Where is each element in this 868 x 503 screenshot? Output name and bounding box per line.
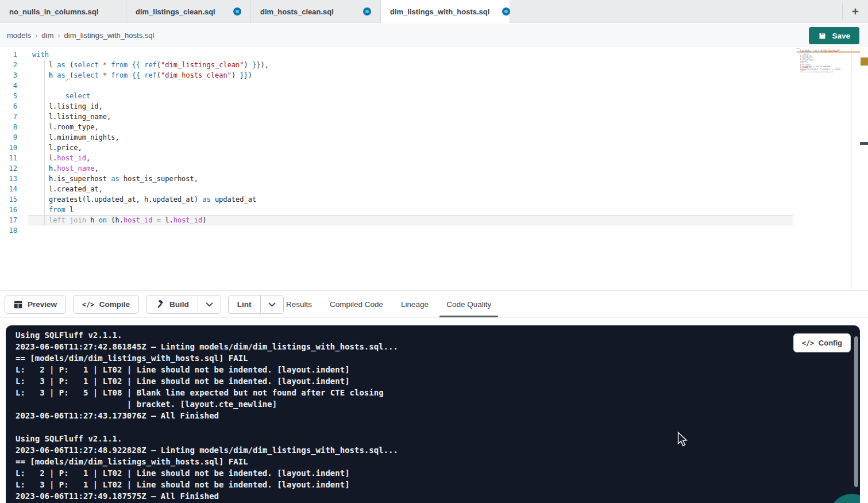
file-tab-no_nulls_in_columns-sql[interactable]: no_nulls_in_columns.sql [0,0,126,23]
breadcrumb-row: models›dim›dim_listings_with_hosts.sql S… [0,24,868,47]
code-editor[interactable]: 123456789101112131415161718 with l as (s… [0,47,868,290]
save-label: Save [832,32,850,40]
file-tab-label: dim_hosts_clean.sql [260,7,334,16]
code-line[interactable]: from l [32,205,269,215]
line-number: 13 [0,174,17,184]
tab-lineage[interactable]: Lineage [401,291,429,318]
file-tab-dim_listings_with_hosts-sql[interactable]: dim_listings_with_hosts.sql [381,0,510,23]
build-button-group: Build [146,295,221,314]
overview-ruler-warning-marker [861,57,868,66]
tab-results[interactable]: Results [286,291,312,318]
code-line[interactable] [32,225,269,236]
code-line[interactable]: l.listing_name, [32,112,269,122]
preview-button-label: Preview [28,300,57,309]
minimap-line [797,73,840,75]
file-tab-label: no_nulls_in_columns.sql [9,7,98,16]
editor-right-separator [851,47,852,289]
minimap[interactable]: with l as (select * from {{ ref("dim_lis… [797,48,840,117]
code-line[interactable]: l as (select * from {{ ref("dim_listings… [32,60,269,70]
lint-output-terminal: Using SQLFluff v2.1.1.2023-06-06T11:27:4… [6,325,860,503]
code-line[interactable]: l.minimum_nights, [32,132,269,143]
minimap-line: h as (select * from {{ ref("dim_hosts_cl… [797,51,840,53]
preview-button[interactable]: Preview [5,295,66,314]
tabbar-separator [842,3,843,20]
terminal-log: Using SQLFluff v2.1.1.2023-06-06T11:27:4… [16,329,398,502]
code-line[interactable]: with [32,49,269,60]
code-line[interactable]: left join h on (h.host_id = l.host_id) [32,215,269,225]
help-bubble-button[interactable] [829,494,860,503]
unsaved-changes-dot [233,7,241,16]
result-tabs: ResultsCompiled CodeLineageCode Quality [286,291,491,318]
file-tab-dim_listings_clean-sql[interactable]: dim_listings_clean.sql [126,0,251,23]
table-icon [14,301,22,309]
config-button[interactable]: </> Config [793,333,851,352]
file-tab-dim_hosts_clean-sql[interactable]: dim_hosts_clean.sql [251,0,381,23]
line-number: 4 [0,80,17,91]
code-line[interactable]: h.is_superhost as host_is_superhost, [32,174,269,184]
terminal-line: Using SQLFluff v2.1.1. [16,329,398,341]
breadcrumb-item[interactable]: dim [41,31,53,40]
code-line[interactable]: h.host_name, [32,163,269,174]
line-number: 18 [0,225,17,236]
terminal-line: 2023-06-06T11:27:43.173076Z — All Finish… [16,410,398,421]
overview-ruler-cursor-marker [860,142,868,145]
hammer-icon [155,300,164,309]
terminal-line: L: 3 | P: 1 | LT02 | Line should not be … [16,375,398,387]
code-icon: </> [82,301,94,309]
tab-compiled-code[interactable]: Compiled Code [330,291,383,318]
new-tab-button[interactable]: + [847,4,863,19]
lint-button-label: Lint [237,300,252,309]
lint-button[interactable]: Lint [228,295,260,314]
terminal-line: L: 3 | P: 5 | LT08 | Blank line expected… [16,387,398,398]
breadcrumb-item[interactable]: dim_listings_with_hosts.sql [64,31,155,40]
chevron-down-icon [206,300,213,309]
lint-button-group: Lint [228,295,284,314]
unsaved-changes-dot [502,7,510,16]
build-button-label: Build [169,300,189,309]
line-number: 16 [0,205,17,215]
build-button[interactable]: Build [146,295,198,314]
breadcrumb-separator: › [35,31,37,40]
code-line[interactable] [32,80,269,91]
line-number: 11 [0,153,17,163]
line-number: 9 [0,132,17,143]
terminal-line: 2023-06-06T11:27:48.922828Z — Linting mo… [16,444,398,456]
breadcrumb: models›dim›dim_listings_with_hosts.sql [7,31,154,40]
save-button[interactable]: Save [809,27,859,44]
line-number: 15 [0,194,17,205]
chevron-down-icon [268,300,276,309]
config-label: Config [819,339,842,347]
action-buttons: Preview</>CompileBuildLint [5,295,284,314]
code-line[interactable]: h as (select * from {{ ref("dim_hosts_cl… [32,70,269,80]
code-line[interactable]: greatest(l.updated_at, h.updated_at) as … [32,194,269,205]
code-line[interactable]: l.listing_id, [32,101,269,112]
build-button-dropdown[interactable] [198,295,221,314]
terminal-line: | bracket. [layout.cte_newline] [16,398,398,410]
terminal-line: L: 2 | P: 1 | LT02 | Line should not be … [16,467,398,479]
code-line[interactable]: select [32,91,269,101]
code-line[interactable]: l.room_type, [32,122,269,132]
code-lines[interactable]: with l as (select * from {{ ref("dim_lis… [32,49,269,236]
terminal-line: Using SQLFluff v2.1.1. [16,433,398,444]
terminal-line: L: 3 | P: 1 | LT02 | Line should not be … [16,479,398,490]
code-line[interactable]: l.created_at, [32,184,269,194]
code-icon: </> [802,339,814,347]
compile-button[interactable]: </>Compile [73,295,139,314]
breadcrumb-item[interactable]: models [7,31,31,40]
terminal-line: 2023-06-06T11:27:49.187575Z — All Finish… [16,490,398,502]
file-tab-bar: no_nulls_in_columns.sqldim_listings_clea… [0,0,868,23]
code-line[interactable]: l.host_id, [32,153,269,163]
line-number: 17 [0,215,17,225]
line-number: 7 [0,112,17,122]
lint-button-dropdown[interactable] [260,295,284,314]
terminal-line: == [models/dim/dim_listings_with_hosts.s… [16,456,398,467]
terminal-line: == [models/dim/dim_listings_with_hosts.s… [16,352,398,364]
code-line[interactable]: l.price, [32,143,269,153]
terminal-line [16,421,398,433]
tab-code-quality[interactable]: Code Quality [446,291,491,318]
breadcrumb-separator: › [57,31,60,40]
line-number: 3 [0,70,17,80]
terminal-scrollbar[interactable] [854,336,858,487]
line-number: 5 [0,91,17,101]
file-tab-label: dim_listings_with_hosts.sql [390,7,489,16]
